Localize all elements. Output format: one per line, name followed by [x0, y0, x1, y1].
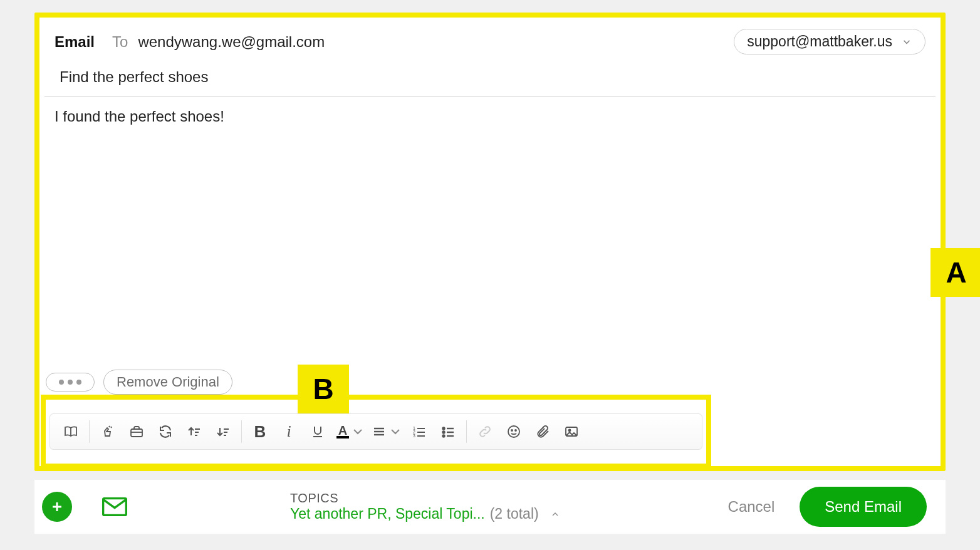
sort-desc-icon[interactable] [209, 417, 237, 446]
email-label: Email [55, 33, 95, 51]
refresh-icon[interactable] [151, 417, 180, 446]
attachment-icon[interactable] [528, 417, 557, 446]
svg-point-23 [443, 428, 445, 430]
from-dropdown[interactable]: support@mattbaker.us [734, 29, 925, 54]
svg-line-2 [111, 427, 112, 428]
footer-bar: TOPICS Yet another PR, Special Topi... (… [34, 480, 946, 534]
cancel-button[interactable]: Cancel [728, 498, 775, 516]
chevron-down-icon [901, 36, 912, 48]
app-container: Email To wendywang.we@gmail.com support@… [34, 0, 946, 550]
svg-line-1 [109, 426, 110, 427]
topics-text[interactable]: Yet another PR, Special Topi... [290, 506, 485, 522]
text-color-icon[interactable]: A [332, 417, 370, 446]
pill-row: Remove Original [46, 370, 232, 395]
link-icon[interactable] [471, 417, 499, 446]
header-row: Email To wendywang.we@gmail.com support@… [39, 18, 941, 54]
svg-point-29 [508, 426, 519, 437]
compose-panel: Email To wendywang.we@gmail.com support@… [34, 13, 946, 471]
italic-icon[interactable]: i [274, 417, 303, 446]
subject-field[interactable]: Find the perfect shoes [44, 54, 936, 96]
image-icon[interactable] [557, 417, 586, 446]
briefcase-icon[interactable] [122, 417, 151, 446]
add-button[interactable] [42, 492, 72, 522]
toolbar-inner: B i A 123 [50, 413, 702, 450]
from-email: support@mattbaker.us [747, 33, 892, 50]
underline-icon[interactable] [303, 417, 332, 446]
mail-icon[interactable] [102, 497, 127, 516]
clap-icon[interactable] [93, 417, 122, 446]
annotation-b: B [298, 365, 349, 413]
email-body[interactable]: I found the perfect shoes! [39, 96, 941, 335]
bold-icon[interactable]: B [246, 417, 274, 446]
send-email-button[interactable]: Send Email [800, 487, 927, 527]
recipient-field[interactable]: wendywang.we@gmail.com [138, 33, 325, 51]
svg-point-30 [511, 430, 513, 431]
sort-asc-icon[interactable] [180, 417, 209, 446]
topics-label: TOPICS [290, 491, 560, 506]
emoji-icon[interactable] [499, 417, 528, 446]
to-label: To [112, 33, 128, 51]
formatting-toolbar: B i A 123 [41, 395, 711, 469]
svg-text:3: 3 [413, 433, 415, 438]
svg-point-31 [515, 430, 516, 431]
remove-original-button[interactable]: Remove Original [103, 370, 232, 395]
annotation-a: A [930, 248, 980, 297]
ordered-list-icon[interactable]: 123 [405, 417, 434, 446]
svg-point-25 [443, 435, 445, 437]
align-icon[interactable] [370, 417, 405, 446]
more-options-button[interactable] [46, 373, 95, 392]
svg-point-24 [443, 432, 445, 433]
book-icon[interactable] [56, 417, 85, 446]
svg-point-33 [569, 430, 571, 432]
unordered-list-icon[interactable] [434, 417, 462, 446]
svg-rect-3 [131, 429, 142, 437]
chevron-up-icon[interactable] [550, 509, 560, 519]
topics-block: TOPICS Yet another PR, Special Topi... (… [290, 491, 560, 522]
topics-count: (2 total) [490, 506, 539, 522]
plus-icon [50, 499, 65, 514]
